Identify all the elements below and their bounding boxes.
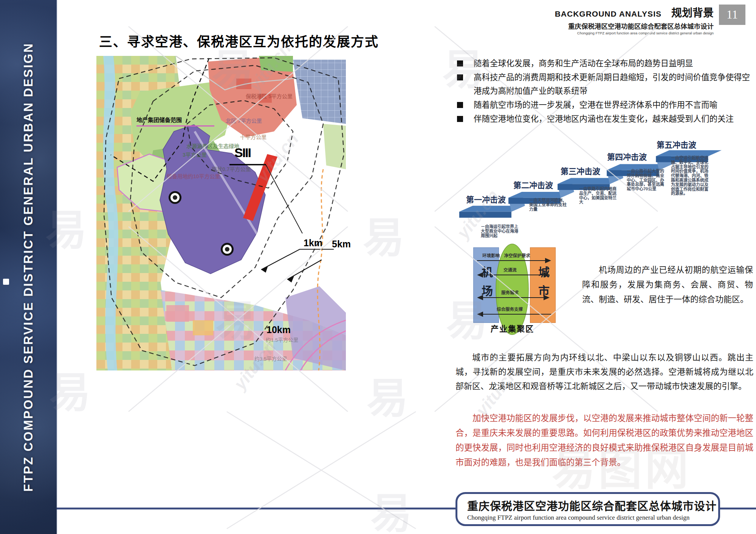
wave-1-description: －由海运引起世界上大型商业中心在海港周围兴起 xyxy=(481,225,519,238)
watermark-glyph: 易 xyxy=(363,204,404,264)
map-label-reserve-land: 储备用地约10平方公里 xyxy=(167,174,220,179)
sidebar-satellite-strip: FTPZ COMPOUND SERVICE DISTRICT GENERAL U… xyxy=(0,0,57,534)
airport-city-diagram: 机场 城市 环境影响 净空保护要求 交通流 服务需求 综合服务支撑 产业集聚区 xyxy=(469,242,578,344)
list-item: 伴随空港地位变化，空港地区内涵也在发生变化，越来越受到人们的关注 xyxy=(455,112,756,126)
wave-3-label: 第三冲击波 xyxy=(561,165,600,176)
map-label-reserve-area: 地产集团储备范围 xyxy=(136,117,182,123)
footer-title-zh: 重庆保税港区空港功能区综合配套区总体城市设计 xyxy=(467,497,718,513)
map-label-area-1-5: 约1.5平方公里 xyxy=(266,338,298,343)
bullet-text: 随着全球化发展，商务和生产活动在全球布局的趋势日益明显 xyxy=(474,57,693,70)
wave-3-description: －由铁路引起内地商品生产、交易、配送中心，如美国亚特兰大 xyxy=(579,187,618,205)
map-label-north-zone: 北区 7平方公里 xyxy=(226,118,262,124)
list-item: 高科技产品的消费周期和技术更新周期日趋缩短，引发的时间价值竞争使得空港成为高附加… xyxy=(455,71,756,98)
arrow-label-traffic: 交通流 xyxy=(503,267,517,273)
land-use-map: 地产集团储备范围 保税港区 5平方公里 北区 7平方公里 十平方公里 水源涵养区… xyxy=(96,56,346,370)
map-label-bonded-zone: 保税港区 5平方公里 xyxy=(246,94,293,99)
map-label-10km: 10km xyxy=(266,325,291,335)
arrow-label-comprehensive-support: 综合服务支撑 xyxy=(497,306,523,312)
header-title-en: BACKGROUND ANALYSIS xyxy=(555,9,662,18)
footer-title-box: 重庆保税港区空港功能区综合配套区总体城市设计 Chongqing FTPZ ai… xyxy=(455,492,720,526)
wave-5-label: 第五冲击波 xyxy=(657,139,696,150)
map-label-area-3-5: 约3.5平方公里 xyxy=(254,357,287,362)
watermark-glyph: 易 xyxy=(367,364,408,425)
list-item: 随着全球化发展，商务和生产活动在全球布局的趋势日益明显 xyxy=(455,57,756,70)
map-label-5km: 5km xyxy=(332,239,351,250)
bullet-text: 伴随空港地位变化，空港地区内涵也在发生变化，越来越受到人们的关注 xyxy=(474,112,734,126)
bullet-text: 随着航空市场的进一步发展，空港在世界经济体系中的作用不言而喻 xyxy=(474,98,717,112)
right-green-strip xyxy=(323,124,346,169)
map-label-1km: 1km xyxy=(304,238,322,248)
list-item: 随着航空市场的进一步发展，空港在世界经济体系中的作用不言而喻 xyxy=(455,98,756,112)
arrow-label-environment: 环境影响 净空保护要求 xyxy=(482,252,530,258)
map-node-marker xyxy=(221,243,234,256)
wave-1-label: 第一冲击波 xyxy=(466,193,506,205)
report-page: FTPZ COMPOUND SERVICE DISTRICT GENERAL U… xyxy=(0,0,756,534)
header-title-zh: 规划背景 xyxy=(671,7,714,19)
page-header: BACKGROUND ANALYSIS规划背景 重庆保税港区空港功能区综合配套区… xyxy=(555,5,714,35)
sidebar-map-chip xyxy=(3,279,9,285)
page-number: 11 xyxy=(727,8,738,22)
wave-4-description: －由公路引起大型的郊外购物商城、商业中心、工业园区、办事处总部，甚至远离城市中心… xyxy=(627,169,665,191)
map-label-ten-sqkm: 十平方公里 xyxy=(240,134,266,140)
map-node-marker xyxy=(169,191,181,204)
airport-runway-symbol: SIII xyxy=(234,146,251,160)
bullet-list: 随着全球化发展，商务和生产活动在全球布局的趋势日益明显 高科技产品的消费周期和技… xyxy=(455,57,756,126)
map-label-status-quo: 现状0.7平方公里 xyxy=(212,167,251,172)
footer-title-en: Chongqing FTPZ airport function area com… xyxy=(467,514,718,522)
bullet-text: 高科技产品的消费周期和技术更新周期日趋缩短，引发的时间价值竞争使得空港成为高附加… xyxy=(474,71,756,98)
map-label-three-sqkm: 3平方公里 xyxy=(183,152,207,158)
land-use-map-graphic xyxy=(96,56,346,370)
wave-2-description: －由天然运河欧洲、美国工业革命的支柱力量 xyxy=(529,198,568,211)
header-subtitle-zh: 重庆保税港区空港功能区综合配套区总体城市设计 xyxy=(555,21,714,31)
page-number-badge: 11 xyxy=(719,5,745,25)
wave-2-label: 第二冲击波 xyxy=(513,179,553,190)
watermark-glyph: 易 xyxy=(370,480,412,534)
reserve-area-underline xyxy=(136,125,214,127)
wave-4-label: 第四冲击波 xyxy=(607,151,647,162)
wave-5-description: －由空运引起航空运输、数字化、全球化占据主导地位引发的时间价值竞争，机场代替海港… xyxy=(671,156,712,196)
paragraph-highlight-red: 加快空港功能区的发展步伐，以空港的发展来推动城市整体空间的新一轮整合，是重庆未来… xyxy=(455,411,753,470)
square-bullet-icon xyxy=(457,102,463,108)
paragraph-city-expansion: 城市的主要拓展方向为内环线以北、中梁山以东以及铜锣山以西。跳出主城，寻找新的发展… xyxy=(455,350,753,394)
header-subtitle-en: Chongqing FTPZ airport function area com… xyxy=(555,31,714,35)
paragraph-airport-industry: 机场周边的产业已经从初期的航空运输保障和服务，发展为集商务、会展、商贸、物流、制… xyxy=(582,262,753,307)
square-bullet-icon xyxy=(457,116,463,122)
arrow-label-service-demand: 服务需求 xyxy=(501,289,519,295)
section-title: 三、寻求空港、保税港区互为依托的发展方式 xyxy=(99,31,379,50)
square-bullet-icon xyxy=(457,60,463,66)
sidebar-vertical-title: FTPZ COMPOUND SERVICE DISTRICT GENERAL U… xyxy=(0,0,57,534)
shockwave-stairs-diagram: 第一冲击波 第二冲击波 第三冲击波 第四冲击波 第五冲击波 －由海运引起世界上大… xyxy=(455,132,724,249)
square-bullet-icon xyxy=(457,74,463,80)
map-label-water-conservation: 水源涵养区及生态绿地 xyxy=(186,144,239,149)
industry-cluster-label: 产业集聚区 xyxy=(491,323,534,334)
